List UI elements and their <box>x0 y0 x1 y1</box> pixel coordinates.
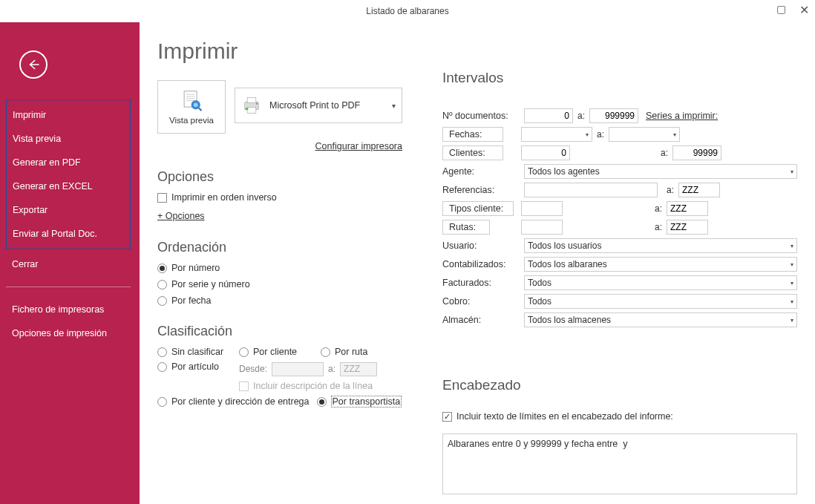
label-a-rutas: a: <box>655 222 662 232</box>
input-clientes-to[interactable] <box>672 145 721 160</box>
label-a-clientes: a: <box>661 148 668 158</box>
chevron-down-icon: ▾ <box>791 261 793 268</box>
label-por-fecha: Por fecha <box>171 295 212 306</box>
sidebar-item-generar-pdf[interactable]: Generar en PDF <box>7 151 130 174</box>
chevron-down-icon: ▾ <box>791 298 793 305</box>
radio-por-fecha[interactable] <box>157 296 167 306</box>
chevron-down-icon: ▾ <box>791 168 793 175</box>
label-incluir-texto-limites: Incluir texto de límites en el encabezad… <box>456 411 673 422</box>
checkbox-orden-inverso[interactable] <box>157 193 167 203</box>
sidebar-item-exportar[interactable]: Exportar <box>7 198 130 222</box>
label-contabilizados: Contabilizados: <box>442 259 524 269</box>
preview-button[interactable]: Vista previa <box>157 80 226 134</box>
combo-almacen[interactable]: Todos los almacenes▾ <box>524 312 797 327</box>
label-agente: Agente: <box>442 166 524 177</box>
combo-fecha-to[interactable]: ▾ <box>609 127 680 142</box>
input-refs-from[interactable] <box>524 183 658 197</box>
chevron-down-icon: ▾ <box>392 102 396 110</box>
document-preview-icon <box>179 89 204 114</box>
sidebar-item-enviar-portal[interactable]: Enviar al Portal Doc. <box>7 222 130 246</box>
label-a-tipos: a: <box>655 203 662 214</box>
input-tipos-from[interactable] <box>521 201 563 216</box>
back-arrow-icon <box>27 58 40 71</box>
svg-line-7 <box>199 108 202 111</box>
label-a-fechas: a: <box>597 129 604 140</box>
window-controls: ▢ ✕ <box>776 3 809 17</box>
label-ndoc: Nº documentos: <box>442 111 524 121</box>
sidebar-item-vista-previa[interactable]: Vista previa <box>7 127 130 151</box>
window-title: Listado de albaranes <box>366 6 448 16</box>
label-a-refs: a: <box>667 185 674 195</box>
combo-cobro[interactable]: Todos▾ <box>524 294 797 309</box>
input-rutas-from[interactable] <box>521 220 563 235</box>
label-cliente-direccion: Por cliente y dirección de entrega <box>171 396 310 407</box>
printer-icon <box>241 95 262 116</box>
input-ndoc-to[interactable] <box>589 108 638 123</box>
label-referencias: Referencias: <box>442 185 524 195</box>
svg-rect-9 <box>247 98 256 103</box>
label-a: a: <box>328 364 336 374</box>
label-almacen: Almacén: <box>442 315 524 325</box>
checkbox-incluir-texto-limites[interactable] <box>442 412 452 422</box>
textarea-encabezado[interactable] <box>442 433 797 494</box>
svg-point-6 <box>194 102 198 107</box>
sidebar-item-generar-excel[interactable]: Generar en EXCEL <box>7 174 130 198</box>
printer-name: Microsoft Print to PDF <box>269 100 384 111</box>
radio-cliente-direccion[interactable] <box>157 397 167 407</box>
checkbox-incluir-desc <box>239 382 249 391</box>
radio-por-numero[interactable] <box>157 264 167 273</box>
radio-por-serie[interactable] <box>157 280 167 289</box>
radio-por-articulo[interactable] <box>157 362 167 372</box>
input-tipos-to[interactable] <box>667 201 708 216</box>
input-ndoc-from[interactable] <box>524 108 573 123</box>
back-button[interactable] <box>19 50 48 79</box>
label-por-transportista: Por transportista <box>331 396 402 408</box>
combo-fecha-from[interactable]: ▾ <box>521 127 592 142</box>
combo-usuario[interactable]: Todos los usuarios▾ <box>524 238 797 253</box>
combo-facturados[interactable]: Todos▾ <box>524 275 797 290</box>
btn-tipos-cliente[interactable]: Tipos cliente: <box>442 201 514 216</box>
label-por-serie: Por serie y número <box>171 279 250 289</box>
sidebar-item-imprimir[interactable]: Imprimir <box>7 103 130 127</box>
svg-rect-10 <box>247 107 256 113</box>
close-icon[interactable]: ✕ <box>799 3 809 17</box>
radio-por-cliente[interactable] <box>239 347 249 357</box>
printer-select[interactable]: Microsoft Print to PDF ▾ <box>235 88 402 123</box>
sidebar-item-opciones-impresion[interactable]: Opciones de impresión <box>6 321 131 345</box>
section-opciones: Opciones <box>157 169 410 185</box>
input-clientes-from[interactable] <box>521 145 570 160</box>
mas-opciones-link[interactable]: + Opciones <box>157 211 205 221</box>
label-desde: Desde: <box>239 364 267 374</box>
input-articulo-hasta <box>340 362 377 376</box>
series-imprimir-link[interactable]: Series a imprimir: <box>646 111 718 121</box>
combo-agente[interactable]: Todos los agentes▾ <box>524 164 797 179</box>
chevron-down-icon: ▾ <box>673 131 676 138</box>
sidebar-item-fichero-impresoras[interactable]: Fichero de impresoras <box>6 298 131 321</box>
btn-fechas[interactable]: Fechas: <box>442 127 503 142</box>
section-encabezado: Encabezado <box>442 377 797 393</box>
section-clasificacion: Clasificación <box>157 324 410 339</box>
configure-printer-link[interactable]: Configurar impresora <box>157 141 402 151</box>
label-por-articulo: Por artículo <box>171 361 219 372</box>
radio-por-transportista[interactable] <box>317 397 327 407</box>
label-orden-inverso: Imprimir en orden inverso <box>171 192 277 203</box>
label-facturados: Facturados: <box>442 278 524 288</box>
chevron-down-icon: ▾ <box>791 317 793 324</box>
radio-por-ruta[interactable] <box>321 347 330 357</box>
btn-rutas[interactable]: Rutas: <box>442 220 490 235</box>
btn-clientes[interactable]: Clientes: <box>442 145 503 160</box>
label-por-cliente: Por cliente <box>253 347 297 357</box>
maximize-icon[interactable]: ▢ <box>776 3 786 17</box>
label-sin-clasificar: Sin clasificar <box>171 347 223 357</box>
radio-sin-clasificar[interactable] <box>157 347 167 357</box>
label-a-ndoc: a: <box>577 111 585 121</box>
combo-contabilizados[interactable]: Todos los albaranes▾ <box>524 257 797 272</box>
label-cobro: Cobro: <box>442 296 524 307</box>
input-refs-to[interactable] <box>678 183 720 197</box>
label-incluir-desc: Incluir descripción de la línea <box>253 381 373 391</box>
titlebar: Listado de albaranes ▢ ✕ <box>0 0 815 22</box>
input-rutas-to[interactable] <box>667 220 708 235</box>
chevron-down-icon: ▾ <box>791 280 793 287</box>
sidebar-item-cerrar[interactable]: Cerrar <box>6 252 131 276</box>
sidebar-menu-box: Imprimir Vista previa Generar en PDF Gen… <box>6 99 131 249</box>
